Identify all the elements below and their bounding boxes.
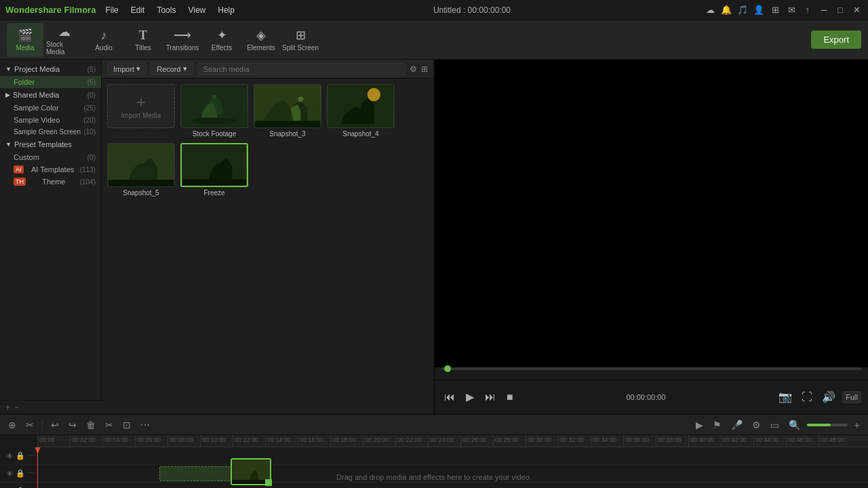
media-item-snapshot4[interactable]: Snapshot_4 bbox=[327, 84, 395, 138]
tl-settings-icon[interactable]: ⚙ bbox=[749, 418, 764, 432]
tl-play-icon[interactable]: ▶ bbox=[693, 418, 706, 432]
more-button[interactable]: ⋯ bbox=[138, 418, 153, 432]
crop-button[interactable]: ⊡ bbox=[120, 418, 134, 432]
titlebar: Wondershare Filmora File Edit Tools View… bbox=[0, 0, 868, 20]
skip-forward-button[interactable]: ⏭ bbox=[482, 390, 498, 405]
ruler-16: 00:32:00 bbox=[558, 435, 591, 447]
project-media-arrow: ▼ bbox=[5, 66, 12, 73]
sample-green-item[interactable]: Sample Green Screen (10) bbox=[0, 126, 101, 138]
svg-rect-13 bbox=[232, 480, 270, 484]
import-button[interactable]: Import ▾ bbox=[107, 62, 146, 75]
grid-view-icon[interactable]: ⊞ bbox=[421, 64, 428, 74]
timeline: ⊕ ✂ ↩ ↪ 🗑 ✂ ⊡ ⋯ ▶ ⚑ 🎤 ⚙ ▭ 🔍 + 00:00 00:0… bbox=[0, 413, 868, 488]
tool-media[interactable]: 🎬 Media bbox=[7, 23, 43, 57]
track1-lock-icon[interactable]: 🔒 bbox=[16, 451, 25, 460]
split-button[interactable]: ✂ bbox=[102, 418, 116, 432]
record-button[interactable]: Record ▾ bbox=[151, 62, 193, 75]
tl-mic-icon[interactable]: 🎤 bbox=[728, 418, 745, 432]
menu-view[interactable]: View bbox=[182, 4, 211, 16]
share-icon[interactable]: ↑ bbox=[802, 4, 814, 16]
delete-button[interactable]: 🗑 bbox=[83, 418, 98, 432]
tl-zoom-in-icon[interactable]: + bbox=[852, 418, 863, 432]
sample-color-item[interactable]: Sample Color (25) bbox=[0, 102, 101, 114]
filter-icon[interactable]: ⚙ bbox=[410, 64, 417, 74]
ruler-2: 00:04:00 bbox=[102, 435, 135, 447]
stop-button[interactable]: ■ bbox=[504, 390, 516, 405]
theme-item[interactable]: TH Theme (104) bbox=[0, 176, 101, 188]
maximize-button[interactable]: □ bbox=[834, 4, 846, 16]
shared-media-count: (0) bbox=[87, 92, 96, 99]
notification-icon[interactable]: 🔔 bbox=[720, 4, 732, 16]
tl-zoom-out-icon[interactable]: 🔍 bbox=[786, 418, 803, 432]
tl-magnet-icon[interactable]: ✂ bbox=[23, 418, 37, 432]
menu-tools[interactable]: Tools bbox=[151, 4, 181, 16]
titles-icon: T bbox=[139, 28, 147, 43]
tool-transitions[interactable]: ⟶ Transitions bbox=[164, 23, 201, 57]
snapshot5-thumb bbox=[107, 143, 175, 187]
play-button[interactable]: ▶ bbox=[463, 389, 477, 405]
ruler-19: 00:38:00 bbox=[656, 435, 688, 447]
add-folder-icon[interactable]: + bbox=[5, 403, 10, 412]
mail-icon[interactable]: ✉ bbox=[785, 4, 797, 16]
tool-split-screen[interactable]: ⊞ Split Screen bbox=[282, 23, 319, 57]
quality-selector[interactable]: Full bbox=[842, 391, 861, 403]
tool-stock-media[interactable]: ☁ Stock Media bbox=[46, 23, 83, 57]
menu-edit[interactable]: Edit bbox=[125, 4, 151, 16]
tl-divider bbox=[42, 420, 43, 430]
media-item-snapshot3[interactable]: Snapshot_3 bbox=[254, 84, 321, 138]
track1-more-icon[interactable]: ⋯ bbox=[27, 451, 35, 460]
grid-icon[interactable]: ⊞ bbox=[769, 4, 781, 16]
delete-folder-icon[interactable]: − bbox=[14, 403, 19, 412]
snapshot-button[interactable]: 📷 bbox=[776, 389, 795, 405]
track2-eye-icon[interactable]: 👁 bbox=[6, 470, 14, 478]
track2-more-icon[interactable]: ⋯ bbox=[27, 469, 35, 478]
window-controls: ☁ 🔔 🎵 👤 ⊞ ✉ ↑ ─ □ ✕ bbox=[704, 4, 863, 16]
preview-controls: ⏮ ▶ ⏭ ■ 00:00:00:00 📷 ⛶ 🔊 Full bbox=[435, 380, 868, 413]
media-item-freeze[interactable]: Freeze bbox=[180, 143, 248, 197]
shared-media-header[interactable]: ▶ Shared Media (0) bbox=[0, 88, 101, 102]
media-item-stock-footage[interactable]: Stock Footage bbox=[180, 84, 248, 138]
drag-cursor bbox=[265, 479, 272, 486]
tl-caption-icon[interactable]: ▭ bbox=[768, 418, 782, 432]
audio-icon[interactable]: 🎵 bbox=[736, 4, 749, 16]
scrubber-handle[interactable] bbox=[444, 365, 451, 372]
preset-templates-header[interactable]: ▼ Preset Templates bbox=[0, 138, 101, 151]
user-icon[interactable]: 👤 bbox=[753, 4, 765, 16]
title-display: Untitled : 00:00:00:00 bbox=[433, 5, 511, 15]
tool-audio[interactable]: ♪ Audio bbox=[85, 23, 122, 57]
redo-button[interactable]: ↪ bbox=[66, 418, 79, 432]
timeline-scrubber[interactable] bbox=[441, 367, 861, 370]
tool-elements[interactable]: ◈ Elements bbox=[243, 23, 279, 57]
menu-help[interactable]: Help bbox=[212, 4, 240, 16]
minimize-button[interactable]: ─ bbox=[818, 4, 830, 16]
snapshot5-svg bbox=[108, 144, 174, 186]
cloud-icon[interactable]: ☁ bbox=[704, 4, 716, 16]
undo-button[interactable]: ↩ bbox=[48, 418, 62, 432]
import-media-item[interactable]: + Import Media bbox=[107, 84, 175, 128]
tl-snap-icon[interactable]: ⊕ bbox=[5, 418, 19, 432]
media-item-snapshot5[interactable]: Snapshot_5 bbox=[107, 143, 175, 197]
search-input[interactable] bbox=[197, 63, 406, 75]
folder-item[interactable]: Folder (5) bbox=[0, 76, 101, 88]
sample-video-item[interactable]: Sample Video (20) bbox=[0, 114, 101, 126]
project-media-header[interactable]: ▼ Project Media (5) bbox=[0, 62, 101, 76]
fullscreen-button[interactable]: ⛶ bbox=[799, 390, 815, 405]
tool-titles[interactable]: T Titles bbox=[125, 23, 161, 57]
menu-file[interactable]: File bbox=[100, 4, 123, 16]
track1-eye-icon[interactable]: 👁 bbox=[6, 452, 14, 460]
skip-back-button[interactable]: ⏮ bbox=[441, 390, 458, 405]
custom-item[interactable]: Custom (0) bbox=[0, 151, 101, 163]
zoom-slider[interactable] bbox=[807, 424, 848, 426]
close-button[interactable]: ✕ bbox=[850, 4, 863, 16]
track2-lock-icon[interactable]: 🔒 bbox=[16, 469, 25, 478]
tool-transitions-label: Transitions bbox=[166, 44, 199, 52]
volume-button[interactable]: 🔊 bbox=[819, 389, 838, 405]
ruler-6: 00:12:00 bbox=[233, 435, 265, 447]
custom-label: Custom bbox=[14, 153, 39, 161]
tool-effects[interactable]: ✦ Effects bbox=[203, 23, 240, 57]
export-button[interactable]: Export bbox=[811, 30, 861, 49]
split-screen-icon: ⊞ bbox=[296, 28, 306, 43]
ruler-9: 00:18:00 bbox=[330, 435, 363, 447]
ai-templates-item[interactable]: AI AI Templates (113) bbox=[0, 163, 101, 176]
tl-flag-icon[interactable]: ⚑ bbox=[710, 418, 724, 432]
